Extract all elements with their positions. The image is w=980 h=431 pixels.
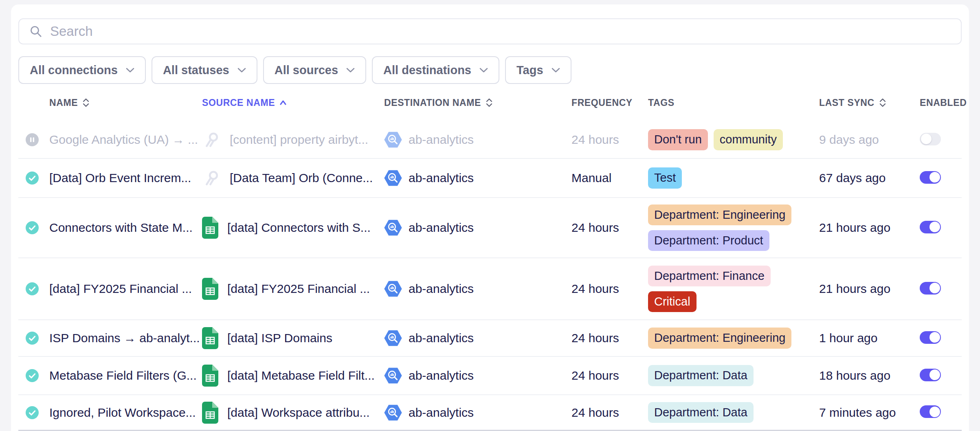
source-name: [Data Team] Orb (Conne... [230, 171, 373, 185]
filter-all-connections[interactable]: All connections [18, 56, 146, 84]
filter-label: All destinations [383, 64, 471, 77]
chevron-down-icon [346, 68, 355, 73]
connection-name: Ignored, Pilot Workspace... [49, 406, 202, 420]
frequency: 24 hours [571, 331, 648, 345]
connection-name: Connectors with State M... [49, 221, 202, 235]
table-row[interactable]: [data] FY2025 Financial ... [data] FY202… [18, 258, 962, 320]
search-icon [29, 24, 43, 38]
column-header-destination-name[interactable]: DESTINATION NAME [384, 97, 571, 108]
tags-cell: Department: Engineering [648, 320, 819, 356]
column-header-last-sync[interactable]: LAST SYNC [819, 97, 920, 108]
bigquery-icon [384, 220, 402, 236]
toggle-knob [929, 172, 940, 183]
connection-name: [data] FY2025 Financial ... [49, 282, 202, 296]
airbyte-source-icon [202, 130, 221, 149]
destination-name: ab-analytics [409, 171, 474, 185]
connection-name: ISP Domains → ab-analyt... [49, 331, 202, 345]
tag: Department: Engineering [648, 205, 791, 225]
table-row[interactable]: Ignored, Pilot Workspace... [data] Works… [18, 395, 962, 431]
filter-all-destinations[interactable]: All destinations [372, 56, 499, 84]
source-name: [data] ISP Domains [227, 331, 332, 345]
sync-success-icon [26, 406, 39, 419]
connection-name: Metabase Field Filters (G... [49, 369, 202, 383]
sync-success-icon [26, 282, 39, 295]
tags-cell: Department: Data [648, 357, 819, 394]
filter-bar: All connections All statuses All sources… [18, 56, 962, 84]
toggle-knob [929, 222, 940, 232]
frequency: 24 hours [571, 282, 648, 296]
tag: Test [648, 167, 682, 188]
tag: Department: Product [648, 230, 769, 251]
tag: community [714, 129, 783, 150]
last-sync: 1 hour ago [819, 331, 920, 345]
source-name: [data] Workspace attribu... [227, 406, 370, 420]
last-sync: 18 hours ago [819, 369, 920, 383]
frequency: 24 hours [571, 221, 648, 235]
bigquery-icon [384, 132, 402, 148]
destination-name: ab-analytics [409, 369, 474, 383]
tags-cell: Don't run community [648, 121, 819, 158]
tag: Department: Engineering [648, 328, 791, 348]
tags-cell: Department: Finance Critical [648, 258, 819, 319]
enabled-toggle[interactable] [920, 282, 941, 295]
sync-success-icon [26, 221, 39, 234]
toggle-knob [929, 407, 940, 417]
bigquery-icon [384, 405, 402, 421]
table-row[interactable]: Connectors with State M... [data] Connec… [18, 198, 962, 258]
chevron-down-icon [479, 68, 488, 73]
tag: Department: Data [648, 402, 754, 423]
last-sync: 7 minutes ago [819, 406, 920, 420]
destination-name: ab-analytics [409, 221, 474, 235]
enabled-toggle[interactable] [920, 405, 941, 418]
table-row[interactable]: ISP Domains → ab-analyt... [data] ISP Do… [18, 320, 962, 357]
frequency: 24 hours [571, 406, 648, 420]
tag: Department: Finance [648, 266, 771, 286]
enabled-toggle[interactable] [920, 133, 941, 145]
google-sheets-icon [202, 217, 218, 239]
google-sheets-icon [202, 365, 218, 387]
tags-cell: Department: Data [648, 395, 819, 430]
last-sync: 21 hours ago [819, 221, 920, 235]
filter-all-statuses[interactable]: All statuses [152, 56, 257, 84]
search-input[interactable] [50, 24, 951, 39]
sort-icon [879, 97, 887, 108]
column-header-name[interactable]: NAME [49, 97, 202, 108]
last-sync: 9 days ago [819, 133, 920, 147]
filter-tags[interactable]: Tags [505, 56, 571, 84]
table-row[interactable]: Metabase Field Filters (G... [data] Meta… [18, 357, 962, 395]
source-name: [content] property airbyt... [230, 133, 368, 147]
filter-label: Tags [516, 64, 543, 77]
enabled-toggle[interactable] [920, 369, 941, 381]
bigquery-icon [384, 170, 402, 186]
destination-name: ab-analytics [409, 282, 474, 296]
filter-label: All statuses [163, 64, 229, 77]
chevron-down-icon [126, 68, 134, 73]
column-header-source-name[interactable]: SOURCE NAME [202, 97, 384, 108]
enabled-toggle[interactable] [920, 171, 941, 184]
sync-success-icon [26, 172, 39, 185]
tag: Critical [648, 291, 697, 312]
filter-label: All sources [275, 64, 338, 77]
last-sync: 21 hours ago [819, 282, 920, 296]
table-row[interactable]: Google Analytics (UA) → ... [content] pr… [18, 121, 962, 159]
tag: Department: Data [648, 365, 754, 386]
google-sheets-icon [202, 402, 218, 424]
enabled-toggle[interactable] [920, 221, 941, 233]
table-header: NAME SOURCE NAME DESTINATION NAME FREQUE… [18, 84, 962, 121]
google-sheets-icon [202, 278, 218, 300]
bigquery-icon [384, 281, 402, 297]
toggle-knob [929, 332, 940, 343]
column-header-frequency: FREQUENCY [571, 97, 648, 108]
connection-name: [Data] Orb Event Increm... [49, 171, 202, 185]
destination-name: ab-analytics [409, 331, 474, 345]
filter-all-sources[interactable]: All sources [263, 56, 366, 84]
enabled-toggle[interactable] [920, 331, 941, 344]
table-row[interactable]: [Data] Orb Event Increm... [Data Team] O… [18, 159, 962, 198]
toggle-knob [929, 369, 940, 380]
bigquery-icon [384, 330, 402, 346]
source-name: [data] Metabase Field Filt... [227, 369, 375, 383]
toggle-knob [921, 134, 932, 144]
sort-icon [485, 97, 493, 108]
sort-icon [82, 97, 90, 108]
tags-cell: Test [648, 159, 819, 197]
